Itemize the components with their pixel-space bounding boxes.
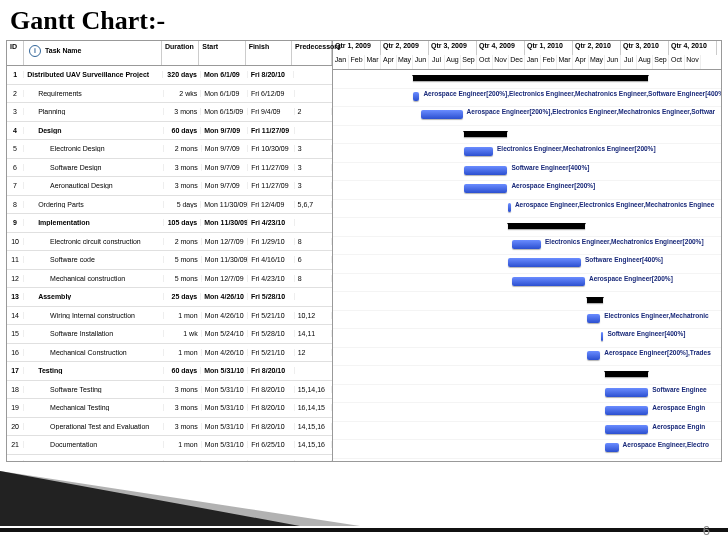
gantt-row: 8/20 — [333, 459, 721, 462]
table-row: 17Testing60 daysMon 5/31/10Fri 8/20/10 — [7, 362, 332, 381]
task-bar: Aerospace Engineer[200%],Electronics Eng… — [413, 92, 419, 101]
gantt-row — [333, 292, 721, 311]
decorative-wedge — [0, 471, 300, 526]
task-bar: Electronics Engineer,Mechatronic — [587, 314, 601, 323]
gantt-row: Aerospace Engineer,Electronics Engineer,… — [333, 200, 721, 219]
task-table: ID i Task Name Duration Start Finish Pre… — [7, 41, 333, 461]
table-row: 13Assembly25 daysMon 4/26/10Fri 5/28/10 — [7, 288, 332, 307]
resource-label: Aerospace Engineer[200%] — [511, 182, 595, 189]
gantt-row: Aerospace Engin — [333, 422, 721, 441]
summary-bar — [413, 75, 648, 81]
gantt-row — [333, 70, 721, 89]
info-icon: i — [29, 45, 41, 57]
gantt-months: JanFebMarAprMayJunJulAugSepOctNovDecJanF… — [333, 55, 721, 69]
resource-label: Software Engineer[400%] — [511, 164, 589, 171]
resource-label: Aerospace Engin — [652, 423, 705, 430]
table-row: 4Design60 daysMon 9/7/09Fri 11/27/09 — [7, 122, 332, 141]
gantt-row: Aerospace Engineer[200%],Electronics Eng… — [333, 89, 721, 108]
gantt-row: Software Enginee — [333, 385, 721, 404]
task-bar: Aerospace Engineer[200%],Trades — [587, 351, 601, 360]
gantt-row: Electronics Engineer,Mechatronic — [333, 311, 721, 330]
table-row: 1Distributed UAV Surveillance Project320… — [7, 66, 332, 85]
table-row: 22Project Completed0 daysFri 8/20/10Fri … — [7, 455, 332, 463]
table-row: 9Implementation105 daysMon 11/30/09Fri 4… — [7, 214, 332, 233]
gantt-row: Aerospace Engineer[200%],Electronics Eng… — [333, 107, 721, 126]
resource-label: Aerospace Engineer[200%],Trades — [604, 349, 711, 356]
resource-label: Aerospace Engin — [652, 404, 705, 411]
resource-label: Aerospace Engineer,Electro — [623, 441, 709, 448]
resource-label: Software Engineer[400%] — [607, 330, 685, 337]
resource-label: Electronics Engineer,Mechatronics Engine… — [497, 145, 656, 152]
table-row: 15Software Installation1 wkMon 5/24/10Fr… — [7, 325, 332, 344]
summary-bar — [508, 223, 585, 229]
task-bar: Aerospace Engineer,Electronics Engineer,… — [508, 203, 511, 212]
gantt-timeline: Qtr 1, 2009Qtr 2, 2009Qtr 3, 2009Qtr 4, … — [333, 41, 721, 461]
gantt-chart: ID i Task Name Duration Start Finish Pre… — [6, 40, 722, 462]
table-row: 21Documentation1 monMon 5/31/10Fri 6/25/… — [7, 436, 332, 455]
table-header: ID i Task Name Duration Start Finish Pre… — [7, 41, 332, 66]
table-row: 10Electronic circuit construction2 monsM… — [7, 233, 332, 252]
resource-label: Aerospace Engineer[200%],Electronics Eng… — [467, 108, 716, 115]
col-id: ID — [7, 41, 24, 65]
resource-label: Aerospace Engineer[200%] — [589, 275, 673, 282]
gantt-row — [333, 218, 721, 237]
table-row: 11Software code5 monsMon 11/30/09Fri 4/1… — [7, 251, 332, 270]
table-row: 7Aeronautical Design3 monsMon 9/7/09Fri … — [7, 177, 332, 196]
task-bar: Electronics Engineer,Mechatronics Engine… — [464, 147, 493, 156]
task-bar: Aerospace Engineer[200%],Electronics Eng… — [421, 110, 463, 119]
task-bar: Software Engineer[400%] — [601, 332, 603, 341]
task-bar: Software Enginee — [605, 388, 648, 397]
gantt-row: Software Engineer[400%] — [333, 255, 721, 274]
table-row: 6Software Design3 monsMon 9/7/09Fri 11/2… — [7, 159, 332, 178]
gantt-row: Software Engineer[400%] — [333, 163, 721, 182]
task-bar: Aerospace Engineer[200%] — [464, 184, 507, 193]
resource-label: Aerospace Engineer[200%],Electronics Eng… — [423, 90, 721, 97]
col-finish: Finish — [246, 41, 292, 65]
task-bar: Aerospace Engin — [605, 425, 648, 434]
summary-bar — [587, 297, 604, 303]
col-name: i Task Name — [24, 41, 162, 65]
bottom-rule — [0, 528, 728, 532]
summary-bar — [464, 131, 507, 137]
task-bar: Software Engineer[400%] — [508, 258, 581, 267]
resource-label: Electronics Engineer,Mechatronics Engine… — [545, 238, 704, 245]
summary-bar — [605, 371, 648, 377]
gantt-row: Electronics Engineer,Mechatronics Engine… — [333, 144, 721, 163]
col-predecessors: Predecessors — [292, 41, 332, 65]
table-row: 5Electronic Design2 monsMon 9/7/09Fri 10… — [7, 140, 332, 159]
gantt-row — [333, 366, 721, 385]
task-bar: Electronics Engineer,Mechatronics Engine… — [512, 240, 541, 249]
table-row: 12Mechanical construction5 monsMon 12/7/… — [7, 270, 332, 289]
table-row: 8Ordering Parts5 daysMon 11/30/09Fri 12/… — [7, 196, 332, 215]
gantt-row: Aerospace Engin — [333, 403, 721, 422]
table-body: 1Distributed UAV Surveillance Project320… — [7, 66, 332, 462]
gantt-row: Aerospace Engineer[200%],Trades — [333, 348, 721, 367]
task-bar: Aerospace Engineer[200%] — [512, 277, 585, 286]
resource-label: Software Engineer[400%] — [585, 256, 663, 263]
resource-label: Aerospace Engineer,Electronics Engineer,… — [515, 201, 714, 208]
resource-label: Software Enginee — [652, 386, 707, 393]
gantt-row: Aerospace Engineer[200%] — [333, 274, 721, 293]
gantt-row: Aerospace Engineer[200%] — [333, 181, 721, 200]
page-number: 6 — [703, 523, 710, 538]
table-row: 18Software Testing3 monsMon 5/31/10Fri 8… — [7, 381, 332, 400]
gantt-body: Aerospace Engineer[200%],Electronics Eng… — [333, 70, 721, 461]
table-row: 3Planning3 monsMon 6/15/09Fri 9/4/092 — [7, 103, 332, 122]
slide-title: Gantt Chart:- — [0, 0, 728, 36]
gantt-row: Electronics Engineer,Mechatronics Engine… — [333, 237, 721, 256]
gantt-header: Qtr 1, 2009Qtr 2, 2009Qtr 3, 2009Qtr 4, … — [333, 41, 721, 70]
table-row: 20Operational Test and Evaluation3 monsM… — [7, 418, 332, 437]
task-bar: Aerospace Engineer,Electro — [605, 443, 619, 452]
gantt-row — [333, 126, 721, 145]
gantt-quarters: Qtr 1, 2009Qtr 2, 2009Qtr 3, 2009Qtr 4, … — [333, 41, 721, 55]
table-row: 19Mechanical Testing3 monsMon 5/31/10Fri… — [7, 399, 332, 418]
task-bar: Aerospace Engin — [605, 406, 648, 415]
col-duration: Duration — [162, 41, 199, 65]
gantt-row: Aerospace Engineer,Electro — [333, 440, 721, 459]
resource-label: Electronics Engineer,Mechatronic — [604, 312, 708, 319]
gantt-row: Software Engineer[400%] — [333, 329, 721, 348]
task-bar: Software Engineer[400%] — [464, 166, 507, 175]
table-row: 14Wiring Internal construction1 monMon 4… — [7, 307, 332, 326]
col-name-label: Task Name — [45, 47, 81, 54]
table-row: 16Mechanical Construction1 monMon 4/26/1… — [7, 344, 332, 363]
